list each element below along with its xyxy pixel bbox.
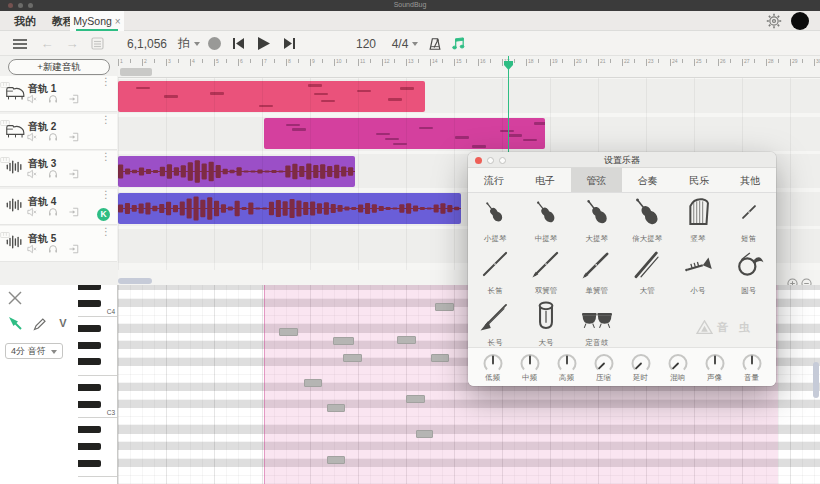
dialog-tab-流行[interactable]: 流行: [468, 168, 519, 192]
instrument-竖琴[interactable]: 竖琴: [673, 196, 724, 244]
dialog-tab-管弦[interactable]: 管弦: [571, 168, 622, 192]
skip-to-end-button[interactable]: [281, 31, 297, 56]
vertical-scrollbar[interactable]: [813, 362, 819, 398]
save-icon[interactable]: [88, 31, 106, 56]
knob-中频[interactable]: 中频: [518, 351, 542, 383]
track-menu-icon[interactable]: ⋮: [101, 118, 111, 122]
track-solo-icon[interactable]: [48, 90, 58, 108]
tempo-display[interactable]: 120: [352, 31, 380, 56]
black-key[interactable]: [78, 325, 101, 332]
track-row[interactable]: 音轨 2 ⋮: [0, 114, 117, 150]
track-mute-icon[interactable]: [27, 203, 37, 221]
horizontal-scrollbar[interactable]: [118, 278, 152, 284]
piano-keyboard[interactable]: C4C3: [78, 285, 118, 484]
redo-arrow-icon[interactable]: →: [63, 31, 81, 56]
black-key[interactable]: [78, 384, 101, 391]
knob-压缩[interactable]: 压缩: [592, 351, 616, 383]
user-avatar[interactable]: [791, 12, 809, 30]
pencil-tool-button[interactable]: [31, 315, 47, 331]
instrument-倍大提琴[interactable]: 倍大提琴: [622, 196, 673, 244]
track-mute-icon[interactable]: [27, 240, 37, 258]
instrument-长笛[interactable]: 长笛: [470, 248, 521, 296]
track-row[interactable]: 音轨 1 ⋮: [0, 76, 117, 112]
black-key[interactable]: [78, 358, 101, 365]
black-key[interactable]: [78, 443, 101, 450]
midi-note[interactable]: [431, 354, 449, 362]
black-key[interactable]: [78, 460, 101, 467]
track-mute-icon[interactable]: [27, 90, 37, 108]
instrument-小提琴[interactable]: 小提琴: [470, 196, 521, 244]
midi-note[interactable]: [406, 395, 425, 403]
midi-note[interactable]: [279, 328, 298, 336]
instrument-大提琴[interactable]: 大提琴: [571, 196, 622, 244]
black-key[interactable]: [78, 342, 101, 349]
note-length-select[interactable]: 4分 音符: [5, 343, 63, 359]
knob-混响[interactable]: 混响: [666, 351, 690, 383]
dialog-tab-电子[interactable]: 电子: [519, 168, 570, 192]
quantize-notes-icon[interactable]: [448, 31, 468, 56]
track-input-icon[interactable]: [69, 240, 79, 258]
track-input-icon[interactable]: [69, 165, 79, 183]
midi-note[interactable]: [304, 379, 322, 387]
tab-my[interactable]: 我的: [14, 11, 36, 31]
tab-mysong[interactable]: MySong×: [70, 11, 124, 31]
loop-region[interactable]: [120, 68, 152, 76]
track-menu-icon[interactable]: ⋮: [101, 80, 111, 84]
midi-note[interactable]: [327, 456, 345, 464]
midi-note[interactable]: [343, 354, 362, 362]
undo-arrow-icon[interactable]: ←: [38, 31, 56, 56]
dialog-tab-合奏[interactable]: 合奏: [622, 168, 673, 192]
midi-note[interactable]: [333, 337, 354, 345]
track-solo-icon[interactable]: [48, 240, 58, 258]
track-menu-icon[interactable]: ⋮: [101, 230, 111, 234]
instrument-短笛[interactable]: 短笛: [723, 196, 774, 244]
select-tool-button[interactable]: [7, 315, 23, 331]
dialog-tab-其他[interactable]: 其他: [725, 168, 776, 192]
midi-note[interactable]: [416, 430, 433, 438]
dialog-tab-民乐[interactable]: 民乐: [673, 168, 724, 192]
settings-gear-icon[interactable]: [766, 13, 782, 33]
skip-to-start-button[interactable]: [230, 31, 246, 56]
time-signature-select[interactable]: 4/4: [386, 31, 424, 56]
track-mute-icon[interactable]: [27, 128, 37, 146]
record-button[interactable]: [206, 31, 222, 56]
beat-unit-select[interactable]: 拍: [174, 31, 204, 56]
instrument-大管[interactable]: 大管: [622, 248, 673, 296]
instrument-大号[interactable]: 大号: [521, 300, 572, 348]
instrument-定音鼓[interactable]: 定音鼓: [571, 300, 622, 348]
midi-note[interactable]: [435, 303, 454, 311]
knob-音量[interactable]: 音量: [740, 351, 764, 383]
track-input-icon[interactable]: [69, 203, 79, 221]
track-input-icon[interactable]: [69, 128, 79, 146]
instrument-中提琴[interactable]: 中提琴: [521, 196, 572, 244]
track-menu-icon[interactable]: ⋮: [101, 155, 111, 159]
midi-note[interactable]: [327, 404, 345, 412]
metronome-icon[interactable]: [426, 31, 444, 56]
knob-声像[interactable]: 声像: [703, 351, 727, 383]
playhead-marker[interactable]: [504, 56, 513, 74]
instrument-小号[interactable]: 小号: [673, 248, 724, 296]
menu-hamburger-icon[interactable]: [10, 31, 30, 56]
knob-延时[interactable]: 延时: [629, 351, 653, 383]
instrument-双簧管[interactable]: 双簧管: [521, 248, 572, 296]
track-menu-icon[interactable]: ⋮: [101, 193, 111, 197]
new-track-button[interactable]: +新建音轨: [8, 59, 110, 75]
velocity-tool-button[interactable]: V: [55, 315, 71, 331]
close-piano-roll-icon[interactable]: [8, 291, 24, 307]
instrument-长号[interactable]: 长号: [470, 300, 521, 348]
black-key[interactable]: [78, 285, 101, 290]
midi-note[interactable]: [397, 336, 416, 344]
instrument-圆号[interactable]: 圆号: [723, 248, 774, 296]
track-input-icon[interactable]: [69, 90, 79, 108]
instrument-单簧管[interactable]: 单簧管: [571, 248, 622, 296]
knob-低频[interactable]: 低频: [481, 351, 505, 383]
play-button[interactable]: [253, 31, 273, 56]
timeline-ruler[interactable]: 1234567891011121314151617181920212223242…: [118, 56, 820, 78]
black-key[interactable]: [78, 300, 101, 307]
track-record-badge[interactable]: K: [97, 208, 110, 221]
track-solo-icon[interactable]: [48, 128, 58, 146]
knob-高频[interactable]: 高频: [555, 351, 579, 383]
track-row[interactable]: 音轨 4 ⋮ K: [0, 189, 117, 225]
track-row[interactable]: 音轨 5 ⋮: [0, 226, 117, 262]
black-key[interactable]: [78, 401, 101, 408]
